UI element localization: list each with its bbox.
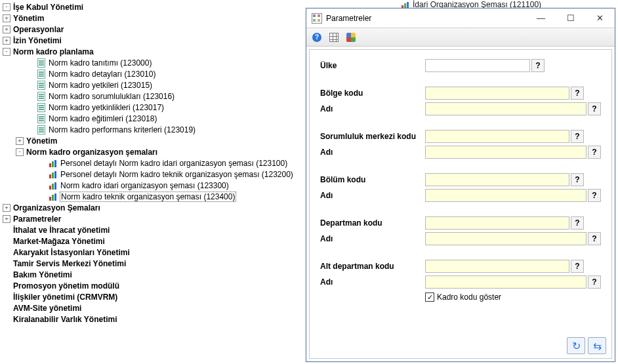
subdept-code-input[interactable]: [425, 260, 569, 273]
resp-code-input[interactable]: [425, 130, 569, 143]
expander-placeholder: [26, 70, 34, 78]
section-name-input[interactable]: [425, 189, 587, 202]
document-icon: [37, 70, 46, 79]
region-name-input[interactable]: [425, 102, 587, 115]
resp-name-input[interactable]: [425, 146, 587, 159]
tree-item-label: Bakım Yönetimi: [13, 270, 72, 279]
section-name-lookup-button[interactable]: ?: [588, 189, 601, 202]
tree-item-label: AVM-Site yönetimi: [13, 304, 81, 313]
expander-placeholder: [3, 249, 10, 256]
country-label: Ülke: [320, 61, 425, 70]
region-name-lookup-button[interactable]: ?: [588, 102, 601, 115]
expander-placeholder: [3, 226, 10, 234]
expander-placeholder: [38, 171, 46, 178]
subdept-name-label: Adı: [320, 277, 425, 287]
show-code-checkbox[interactable]: ✓: [425, 293, 434, 302]
titlebar[interactable]: Parametreler — ☐ ✕: [306, 9, 615, 28]
collapse-icon[interactable]: -: [3, 3, 10, 11]
dept-name-input[interactable]: [425, 232, 587, 245]
dept-code-lookup-button[interactable]: ?: [571, 216, 584, 230]
expander-placeholder: [3, 315, 10, 323]
tree-item-label: Norm kadro idari organizasyon şeması (12…: [60, 181, 229, 190]
country-input[interactable]: [425, 59, 530, 72]
expand-icon[interactable]: +: [16, 137, 24, 145]
subdept-name-input[interactable]: [425, 275, 587, 289]
tree-item-label: Personel detaylı Norm kadro teknik organ…: [60, 170, 293, 179]
resp-code-label: Sorumluluk merkezi kodu: [320, 132, 425, 141]
tree-item-label: Norm kadro organizasyon şemaları: [26, 148, 157, 157]
country-lookup-button[interactable]: ?: [531, 59, 545, 72]
minimize-button[interactable]: —: [526, 9, 556, 28]
collapse-icon[interactable]: -: [3, 48, 10, 56]
run-button[interactable]: [343, 30, 359, 45]
maximize-button[interactable]: ☐: [556, 9, 585, 28]
form-area: Ülke ? Bölge kodu ? Adı ? Sorumluluk mer…: [309, 49, 612, 359]
subdept-code-lookup-button[interactable]: ?: [571, 260, 584, 273]
section-code-input[interactable]: [425, 173, 569, 186]
tree-item-label: İzin Yönetimi: [13, 36, 62, 45]
expand-icon[interactable]: +: [3, 37, 10, 45]
tree-item-label: Market-Mağaza Yönetimi: [13, 237, 105, 246]
expander-placeholder: [38, 182, 46, 190]
expander-placeholder: [3, 260, 10, 268]
document-icon: [37, 92, 46, 101]
expander-placeholder: [3, 304, 10, 312]
tree-item-label: Norm kadro eğitimleri (123018): [49, 114, 157, 123]
expander-placeholder: [3, 271, 10, 279]
refresh-button[interactable]: ↻: [567, 337, 585, 354]
collapse-icon[interactable]: -: [16, 148, 24, 156]
document-icon: [37, 81, 46, 90]
tree-item-label: Akaryakıt İstasyonları Yönetimi: [13, 248, 130, 257]
app-icon: [312, 13, 322, 24]
tree-item-label: Yönetim: [26, 136, 57, 146]
region-name-label: Adı: [320, 104, 425, 113]
chart-icon: [49, 192, 58, 201]
tree-item-label: Operasyonlar: [13, 25, 64, 34]
dept-code-label: Departman kodu: [320, 218, 425, 228]
expander-placeholder: [38, 193, 46, 201]
resp-name-label: Adı: [320, 148, 425, 157]
section-code-lookup-button[interactable]: ?: [571, 173, 584, 186]
dept-name-label: Adı: [320, 234, 425, 243]
tree-item-label: Promosyon yönetim modülü: [13, 281, 119, 291]
show-code-label: Kadro kodu göster: [437, 293, 501, 302]
expander-placeholder: [26, 92, 34, 100]
tree-item-label: Norm kadro tanıtımı (123000): [49, 58, 152, 68]
tree-item-label: Norm kadro sorumlulukları (123016): [49, 92, 175, 101]
expand-icon[interactable]: +: [3, 215, 10, 223]
tree-item-label: Norm kadro planlama: [13, 47, 94, 56]
expand-icon[interactable]: +: [3, 204, 10, 212]
tree-item-label: İthalat ve İhracat yönetimi: [13, 226, 110, 235]
close-button[interactable]: ✕: [585, 9, 615, 28]
tree-item-label: Tamir Servis Merkezi Yönetimi: [13, 259, 126, 268]
expand-icon[interactable]: +: [3, 14, 10, 22]
expander-placeholder: [26, 115, 34, 123]
expander-placeholder: [3, 237, 10, 245]
resp-name-lookup-button[interactable]: ?: [588, 146, 601, 159]
help-button[interactable]: [309, 30, 325, 45]
expand-icon[interactable]: +: [3, 26, 10, 33]
tree-item-label: Kiralanabilir Varlık Yönetimi: [13, 315, 117, 324]
subdept-name-lookup-button[interactable]: ?: [588, 275, 601, 289]
tree-item-label: İşe Kabul Yönetimi: [13, 3, 83, 12]
region-code-input[interactable]: [425, 87, 569, 100]
tree-item-label: İlişkiler yönetimi (CRMVRM): [13, 293, 117, 302]
grid-icon: [329, 33, 339, 42]
dept-code-input[interactable]: [425, 216, 569, 230]
apply-button[interactable]: ⇆: [588, 337, 606, 354]
dept-name-lookup-button[interactable]: ?: [588, 232, 601, 245]
document-icon: [37, 114, 46, 123]
expander-placeholder: [26, 104, 34, 111]
expander-placeholder: [3, 282, 10, 290]
resp-code-lookup-button[interactable]: ?: [571, 130, 584, 143]
grid-button[interactable]: [326, 30, 342, 45]
chart-icon: [49, 181, 58, 190]
region-code-lookup-button[interactable]: ?: [571, 87, 584, 100]
subdept-code-label: Alt departman kodu: [320, 262, 425, 271]
region-code-label: Bölge kodu: [320, 89, 425, 98]
expander-placeholder: [26, 59, 34, 67]
parameters-dialog: Parametreler — ☐ ✕ Ülke ? Bölge kodu ?: [306, 8, 615, 362]
chart-icon: [49, 170, 58, 179]
document-icon: [37, 125, 46, 134]
section-name-label: Adı: [320, 191, 425, 200]
